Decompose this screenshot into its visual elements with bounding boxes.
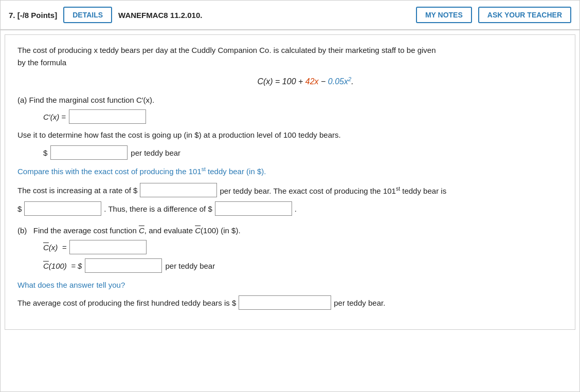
- part-b-section: (b) Find the average cost function C, an…: [17, 226, 563, 310]
- intro-line2: by the formula: [17, 58, 66, 67]
- formula-prefix: C(x) = 100 +: [257, 77, 305, 86]
- cbar-input[interactable]: [69, 240, 147, 254]
- problem-id: WANEFMAC8 11.2.010.: [118, 11, 410, 20]
- formula-coeff2: 0.05x2: [328, 77, 351, 86]
- cprime-row: C′(x) =: [43, 109, 563, 124]
- part-b-label: (b) Find the average cost function C, an…: [17, 226, 563, 235]
- cprime-label: C′(x) =: [43, 113, 66, 121]
- c100-row: C(100) = $ per teddy bear: [43, 258, 563, 273]
- exact-cost-input[interactable]: [24, 201, 101, 216]
- c100-input[interactable]: [85, 258, 162, 273]
- cbar-row: C(x) =: [43, 240, 563, 254]
- avg-cost-row: The average cost of producing the first …: [17, 295, 563, 310]
- increasing-prefix: The cost is increasing at a rate of $: [17, 186, 137, 195]
- header-bar: 7. [-/8 Points] DETAILS WANEFMAC8 11.2.0…: [1, 1, 579, 30]
- formula-sep: −: [319, 77, 328, 86]
- per-bear-label-1: per teddy bear: [131, 148, 180, 157]
- formula-period: .: [351, 77, 353, 86]
- part-a-label: (a) Find the marginal cost function C′(x…: [17, 96, 563, 104]
- formula-display: C(x) = 100 + 42x − 0.05x2.: [48, 76, 563, 86]
- avg-suffix: per teddy bear.: [334, 298, 385, 307]
- thus-text: . Thus, there is a difference of $: [104, 204, 212, 213]
- problem-label: 7. [-/8 Points]: [9, 11, 57, 20]
- compare-sup: st: [202, 166, 206, 172]
- c100-label: C(100) = $: [43, 262, 82, 270]
- dollar-sign-1: $: [43, 148, 47, 157]
- compare-text: Compare this with the exact cost of prod…: [17, 165, 563, 178]
- cprime-input[interactable]: [69, 109, 146, 124]
- details-button[interactable]: DETAILS: [63, 7, 112, 23]
- part-a-section: (a) Find the marginal cost function C′(x…: [17, 96, 563, 216]
- dollar-per-bear-row: $ per teddy bear: [43, 145, 563, 160]
- increasing-row: The cost is increasing at a rate of $ pe…: [17, 183, 563, 197]
- avg-prefix: The average cost of producing the first …: [17, 298, 236, 307]
- intro-line1: The cost of producing x teddy bears per …: [17, 46, 436, 54]
- content-area: The cost of producing x teddy bears per …: [5, 34, 575, 330]
- intro-text: The cost of producing x teddy bears per …: [17, 44, 563, 69]
- difference-input[interactable]: [215, 201, 292, 216]
- period: .: [295, 204, 297, 213]
- what-text: What does the answer tell you?: [17, 279, 563, 291]
- avg-cost-input[interactable]: [239, 295, 331, 310]
- increasing-mid: per teddy bear. The exact cost of produc…: [220, 185, 446, 195]
- cost-rate-input[interactable]: [50, 145, 128, 160]
- increasing-rate-input[interactable]: [140, 183, 217, 197]
- cbar-label: C(x) =: [43, 243, 66, 252]
- use-it-text: Use it to determine how fast the cost is…: [17, 129, 563, 141]
- exact-cost-row: $ . Thus, there is a difference of $ .: [17, 201, 563, 216]
- ask-teacher-button[interactable]: ASK YOUR TEACHER: [478, 7, 571, 23]
- formula-coeff1: 42x: [305, 77, 319, 86]
- per-bear-label-2: per teddy bear: [165, 262, 215, 270]
- dollar-sign-2: $: [17, 204, 22, 213]
- my-notes-button[interactable]: MY NOTES: [416, 7, 472, 23]
